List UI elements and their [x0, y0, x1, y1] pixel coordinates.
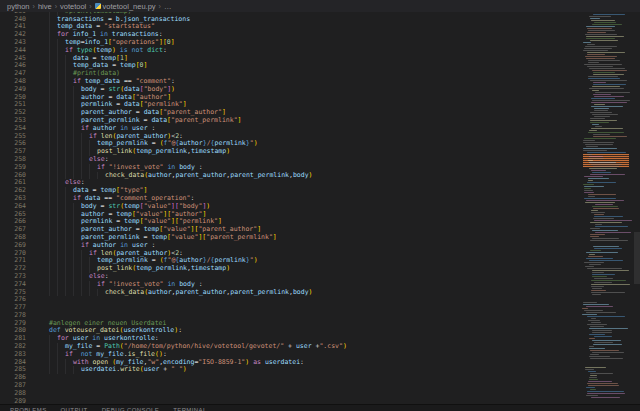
minimap-line — [585, 46, 617, 47]
code-line[interactable]: 259if "!invest_vote" in body : — [0, 164, 640, 172]
minimap-line — [586, 258, 613, 259]
indent-guide — [73, 133, 81, 141]
code-text: userdatei.write(user + " ") — [30, 366, 640, 374]
minimap-line — [588, 178, 609, 179]
code-line[interactable]: 276 — [0, 296, 640, 304]
breadcrumb-folder-hive[interactable]: hive — [38, 2, 52, 11]
minimap-line — [592, 340, 621, 341]
minimap-line — [584, 48, 612, 49]
indent-guide — [65, 140, 73, 148]
indent-guide — [73, 289, 81, 297]
minimap-line — [583, 184, 594, 185]
minimap-line — [595, 232, 631, 233]
minimap-line — [595, 126, 602, 127]
minimap-line — [589, 356, 610, 357]
indent-guide — [57, 140, 65, 148]
indent-guide — [49, 86, 57, 94]
indent-guide — [49, 265, 57, 273]
code-text — [30, 304, 640, 312]
minimap-line — [583, 148, 617, 149]
minimap-line — [586, 36, 624, 37]
minimap-line — [593, 84, 626, 85]
minimap-line — [590, 222, 622, 223]
indent-guide — [65, 86, 73, 94]
indent-guide — [97, 172, 105, 180]
indent-guide — [49, 273, 57, 281]
code-line[interactable]: 271temp_permlink = (f"@{author}/{permlin… — [0, 257, 640, 265]
minimap-line — [594, 108, 609, 109]
minimap-line — [588, 132, 624, 133]
code-line[interactable]: 256temp_permlink = (f"@{author}/{permlin… — [0, 140, 640, 148]
minimap-line — [588, 78, 620, 79]
minimap-line — [588, 30, 615, 31]
indent-guide — [57, 70, 65, 78]
minimap-line — [587, 28, 612, 29]
minimap-line — [588, 196, 595, 197]
indent-guide — [73, 148, 81, 156]
minimap-line — [592, 330, 612, 331]
code-line[interactable]: 258else: — [0, 156, 640, 164]
indent-guide — [65, 156, 73, 164]
indent-guide — [81, 140, 89, 148]
minimap-line — [592, 270, 629, 271]
code-text: post_link(temp_permlink,timestamp) — [30, 148, 640, 156]
breadcrumb-symbol[interactable]: … — [164, 2, 172, 11]
minimap-line — [592, 272, 604, 273]
minimap[interactable] — [581, 12, 633, 402]
indent-guide — [65, 148, 73, 156]
minimap-line — [591, 98, 615, 99]
code-line[interactable]: 275check_data(author,parent_author,paren… — [0, 289, 640, 297]
code-line[interactable]: 286 — [0, 374, 640, 382]
code-line[interactable]: 285userdatei.write(user + " ") — [0, 366, 640, 374]
indent-guide — [57, 226, 65, 234]
indent-guide — [57, 55, 65, 63]
minimap-line — [594, 110, 608, 111]
code-text — [30, 296, 640, 304]
code-line[interactable]: 288 — [0, 390, 640, 398]
indent-guide — [57, 156, 65, 164]
indent-guide — [65, 187, 73, 195]
minimap-line — [592, 276, 607, 277]
breadcrumb-folder-python[interactable]: python — [7, 2, 30, 11]
minimap-line — [587, 32, 606, 33]
code-line[interactable]: 277 — [0, 304, 640, 312]
indent-guide — [49, 70, 57, 78]
code-line[interactable]: 255if len(parent_author)<2: — [0, 133, 640, 141]
breadcrumb-folder-votetool[interactable]: votetool — [60, 2, 86, 11]
indent-guide — [57, 62, 65, 70]
indent-guide — [65, 117, 73, 125]
minimap-line — [592, 294, 601, 295]
indent-guide — [65, 289, 73, 297]
minimap-line — [594, 96, 624, 97]
vertical-scrollbar-thumb[interactable] — [634, 232, 640, 284]
tab-output[interactable]: OUTPUT — [61, 407, 88, 411]
indent-guide — [97, 289, 105, 297]
code-line[interactable]: 273else: — [0, 273, 640, 281]
tab-terminal[interactable]: TERMINAL — [173, 407, 207, 411]
python-file-icon — [95, 3, 101, 9]
minimap-line — [591, 170, 606, 171]
breadcrumb-file-name[interactable]: votetool_neu.py — [103, 2, 156, 11]
indent-guide — [73, 265, 81, 273]
code-line[interactable]: 260check_data(author,parent_author,paren… — [0, 172, 640, 180]
code-text: temp_data = temp[0] — [30, 62, 640, 70]
minimap-line — [591, 284, 630, 285]
minimap-line — [587, 154, 592, 155]
code-line[interactable]: 270if len(parent_author)<2: — [0, 250, 640, 258]
minimap-line — [595, 226, 628, 227]
minimap-line — [589, 338, 595, 339]
chevron-right-icon: › — [55, 3, 57, 10]
tab-debug-console[interactable]: DEBUG CONSOLE — [102, 407, 160, 411]
indent-guide — [57, 343, 65, 351]
indent-guide — [89, 172, 97, 180]
indent-guide — [65, 359, 73, 367]
code-line[interactable]: 287 — [0, 382, 640, 390]
minimap-line — [589, 168, 617, 169]
tab-problems[interactable]: PROBLEMS — [10, 407, 47, 411]
minimap-line — [594, 22, 616, 23]
code-text — [30, 390, 640, 398]
code-line[interactable]: 274if "!invest_vote" in body : — [0, 281, 640, 289]
indent-guide — [89, 257, 97, 265]
code-area[interactable]: 239#print(timestamp)240transactions = b.… — [0, 12, 640, 404]
minimap-line — [591, 164, 622, 165]
